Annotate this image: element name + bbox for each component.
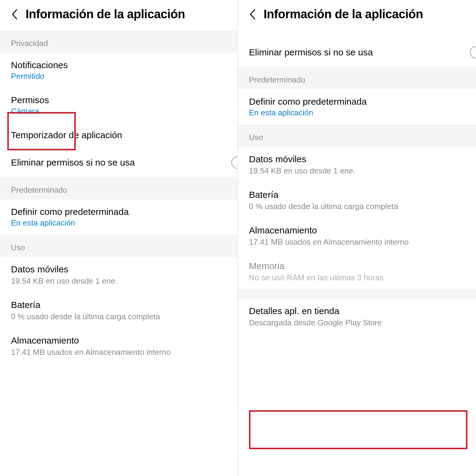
row-app-timer[interactable]: Temporizador de aplicación — [0, 123, 237, 148]
row-title: Memoria — [249, 260, 465, 272]
back-icon[interactable] — [247, 8, 259, 20]
row-title: Batería — [249, 189, 465, 201]
row-sub: Cámara — [11, 107, 226, 116]
row-sub: 0 % usado desde la última carga completa — [11, 312, 226, 321]
row-sub: 17.41 MB usados en Almacenamiento intern… — [249, 237, 465, 247]
row-remove-permissions[interactable]: Eliminar permisos si no se usa — [0, 148, 237, 177]
section-default: Predeterminado — [238, 67, 476, 89]
row-title: Notificaciones — [11, 59, 226, 71]
row-title: Permisos — [11, 94, 226, 106]
row-memory[interactable]: Memoria No se usó RAM en las últimas 3 h… — [238, 254, 476, 289]
toggle-switch[interactable] — [470, 46, 476, 58]
row-mobile-data[interactable]: Datos móviles 19.54 KB en uso desde 1 en… — [238, 147, 476, 183]
row-mobile-data[interactable]: Datos móviles 19.54 KB en uso desde 1 en… — [0, 257, 237, 293]
row-sub: Descargada desde Google Play Store — [249, 318, 465, 327]
header: Información de la aplicación — [0, 0, 237, 30]
row-title: Detalles apl. en tienda — [249, 305, 465, 317]
row-sub: No se usó RAM en las últimas 3 horas — [249, 273, 465, 282]
row-store-details[interactable]: Detalles apl. en tienda Descargada desde… — [238, 299, 476, 334]
row-sub: 17.41 MB usados en Almacenamiento intern… — [11, 348, 226, 357]
page-title: Información de la aplicación — [264, 7, 423, 21]
row-sub: Permitido — [11, 72, 226, 81]
row-storage[interactable]: Almacenamiento 17.41 MB usados en Almace… — [0, 328, 237, 364]
section-privacy: Privacidad — [0, 30, 237, 53]
page-title: Información de la aplicación — [26, 7, 185, 21]
right-pane: Información de la aplicación Eliminar pe… — [238, 0, 476, 476]
row-title: Temporizador de aplicación — [11, 129, 226, 141]
left-pane: Información de la aplicación Privacidad … — [0, 0, 238, 476]
row-title: Eliminar permisos si no se usa — [249, 46, 465, 58]
row-title: Datos móviles — [11, 263, 226, 275]
section-usage: Uso — [0, 234, 237, 257]
row-title: Batería — [11, 299, 226, 311]
toggle-switch[interactable] — [231, 156, 238, 169]
spacer — [238, 289, 476, 299]
row-title: Almacenamiento — [249, 224, 465, 236]
row-sub: 19.54 KB en uso desde 1 ene. — [11, 276, 226, 286]
row-sub: 0 % usado desde la última carga completa — [249, 202, 465, 211]
row-title: Datos móviles — [249, 153, 465, 165]
section-usage: Uso — [238, 124, 476, 147]
section-default: Predeterminado — [0, 177, 237, 200]
back-icon[interactable] — [9, 8, 21, 20]
row-storage[interactable]: Almacenamiento 17.41 MB usados en Almace… — [238, 218, 476, 254]
row-title: Eliminar permisos si no se usa — [11, 156, 226, 168]
row-remove-permissions[interactable]: Eliminar permisos si no se usa — [238, 37, 476, 67]
row-notifications[interactable]: Notificaciones Permitido — [0, 53, 237, 88]
row-set-default[interactable]: Definir como predeterminada En esta apli… — [238, 89, 476, 124]
row-battery[interactable]: Batería 0 % usado desde la última carga … — [238, 183, 476, 218]
row-sub: En esta aplicación — [249, 108, 465, 117]
highlight-store-details — [249, 410, 467, 449]
row-title: Definir como predeterminada — [249, 96, 465, 107]
row-battery[interactable]: Batería 0 % usado desde la última carga … — [0, 293, 237, 328]
row-sub: 19.54 KB en uso desde 1 ene. — [249, 166, 465, 176]
row-sub: En esta aplicación — [11, 218, 226, 228]
row-set-default[interactable]: Definir como predeterminada En esta apli… — [0, 200, 237, 234]
row-permissions[interactable]: Permisos Cámara — [0, 88, 237, 123]
row-title: Definir como predeterminada — [11, 206, 226, 218]
header: Información de la aplicación — [238, 0, 476, 30]
row-title: Almacenamiento — [11, 334, 226, 346]
